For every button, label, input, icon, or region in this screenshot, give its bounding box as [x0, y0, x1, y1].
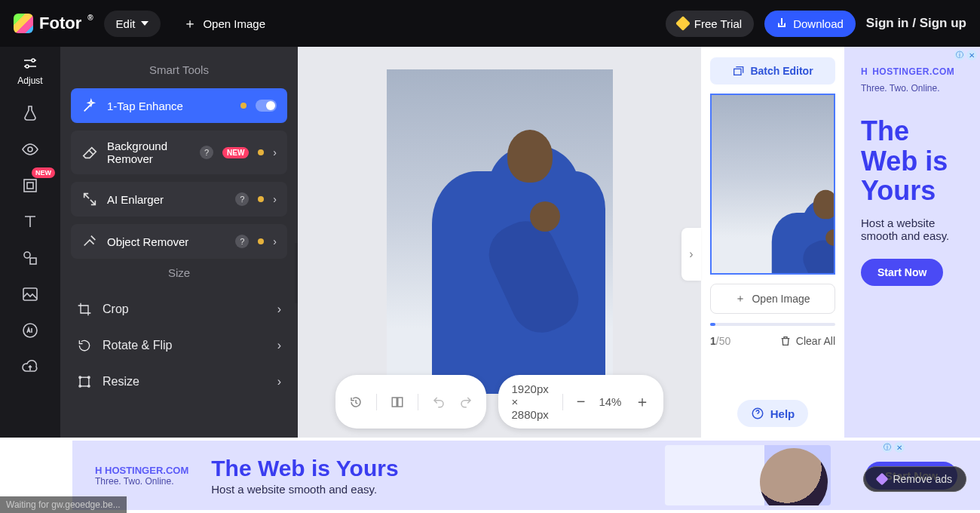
ad-close-icon[interactable]: ✕	[966, 50, 977, 60]
rail-text[interactable]	[7, 213, 54, 231]
resize-icon	[77, 374, 92, 389]
sign-in-link[interactable]: Sign in / Sign up	[866, 16, 966, 31]
ad-headline: The Web is Yours	[861, 116, 963, 206]
frame-icon	[21, 177, 39, 195]
rail-adjust[interactable]: Adjust	[7, 54, 54, 86]
history-icon[interactable]	[349, 395, 363, 409]
thumb-counter-row: 1/50 Clear All	[710, 335, 835, 347]
flask-icon	[21, 104, 39, 122]
clear-all-button[interactable]: Clear All	[779, 335, 835, 347]
svg-rect-4	[27, 183, 33, 189]
download-icon	[776, 18, 787, 29]
rail-image[interactable]	[7, 285, 54, 303]
free-trial-button[interactable]: Free Trial	[666, 11, 754, 37]
chevron-right-icon: ›	[277, 375, 281, 389]
help-label: Help	[770, 407, 795, 420]
help-icon[interactable]: ?	[235, 192, 249, 206]
undo-icon[interactable]	[432, 395, 446, 409]
rail-effects[interactable]	[7, 140, 54, 158]
tool-bg-remover[interactable]: Background Remover ? NEW ›	[71, 131, 287, 174]
new-badge: NEW	[32, 167, 55, 178]
zoom-in-button[interactable]: ＋	[635, 392, 650, 412]
thumbnail-scrollbar[interactable]	[710, 323, 835, 326]
svg-point-0	[32, 59, 35, 62]
tool-1tap-enhance[interactable]: 1-Tap Enhance	[71, 88, 287, 123]
tool-label: AI Enlarger	[107, 193, 226, 206]
svg-rect-6	[30, 258, 36, 264]
svg-rect-15	[397, 398, 402, 407]
rail-ai[interactable]	[7, 321, 54, 339]
rotate-icon	[77, 338, 92, 353]
redo-icon[interactable]	[459, 395, 473, 409]
zoom-value: 14%	[599, 395, 621, 408]
ad-cta-button[interactable]: Start Now	[861, 259, 943, 286]
size-label: Rotate & Flip	[103, 339, 172, 352]
ad-brand[interactable]: H HOSTINGER.COM	[861, 66, 963, 77]
count-current: 1	[710, 335, 716, 347]
text-icon	[21, 213, 39, 231]
batch-label: Batch Editor	[750, 65, 813, 77]
batch-editor-button[interactable]: Batch Editor	[710, 57, 835, 84]
help-icon[interactable]: ?	[235, 235, 249, 248]
app-logo[interactable]: Fotor®	[14, 14, 93, 33]
tool-ai-enlarger[interactable]: AI Enlarger ? ›	[71, 182, 287, 217]
right-panel: Batch Editor ＋ Open Image 1/50 Clear All…	[701, 47, 844, 438]
size-label: Resize	[103, 375, 139, 389]
canvas-area: › 1920px × 2880px − 14% ＋	[298, 47, 701, 438]
eraser-icon	[81, 144, 98, 161]
svg-point-8	[23, 324, 37, 337]
size-resize[interactable]: Resize ›	[71, 364, 287, 400]
smart-tools-heading: Smart Tools	[71, 63, 287, 76]
ad-tagline: Three. Two. Online.	[861, 83, 963, 94]
open-image-button[interactable]: ＋ Open Image	[171, 11, 277, 37]
zoom-out-button[interactable]: −	[577, 393, 586, 410]
image-thumbnail[interactable]	[710, 94, 835, 275]
size-rotate[interactable]: Rotate & Flip ›	[71, 327, 287, 364]
remove-ads-label: Remove ads	[893, 473, 952, 485]
ad-sub: Host a website smooth and easy.	[211, 483, 398, 496]
ad-sidebar: ⓘ ✕ H HOSTINGER.COM Three. Two. Online. …	[844, 47, 980, 438]
size-crop[interactable]: Crop ›	[71, 291, 287, 327]
download-label: Download	[793, 17, 844, 30]
expand-right-panel-button[interactable]: ›	[681, 228, 701, 281]
cloud-upload-icon	[21, 358, 39, 376]
trademark: ®	[87, 14, 93, 22]
sliders-icon	[21, 54, 39, 72]
rail-beauty[interactable]	[7, 104, 54, 122]
rail-elements[interactable]	[7, 249, 54, 267]
tool-object-remover[interactable]: Object Remover ? ›	[71, 224, 287, 259]
help-circle-icon	[751, 407, 764, 420]
rail-cloud[interactable]	[7, 358, 54, 376]
rail-frames[interactable]: NEW	[7, 177, 54, 195]
premium-dot-icon	[258, 238, 264, 244]
svg-point-5	[24, 252, 30, 258]
enhance-toggle[interactable]	[256, 100, 277, 112]
crop-icon	[77, 302, 92, 317]
zoom-pill: 1920px × 2880px − 14% ＋	[498, 375, 664, 429]
open-image-secondary[interactable]: ＋ Open Image	[710, 284, 835, 314]
edit-menu-button[interactable]: Edit	[104, 11, 161, 37]
ad-controls: ⓘ ✕	[954, 50, 977, 60]
ad-info-icon[interactable]: ⓘ	[954, 50, 965, 60]
chevron-right-icon: ›	[277, 339, 281, 352]
ad-info-icon[interactable]: ⓘ	[882, 442, 893, 453]
ad-brand[interactable]: H HOSTINGER.COM	[95, 465, 188, 476]
canvas-toolbar: 1920px × 2880px − 14% ＋	[335, 375, 664, 429]
count-total: 50	[719, 335, 731, 347]
canvas-image[interactable]	[387, 69, 613, 394]
compare-icon[interactable]	[390, 395, 404, 409]
ad-close-icon[interactable]: ✕	[894, 442, 905, 453]
remove-ads-button[interactable]: Remove ads	[863, 466, 966, 492]
download-button[interactable]: Download	[764, 11, 856, 37]
svg-point-1	[26, 65, 29, 68]
side-panel: Smart Tools 1-Tap Enhance Background Rem…	[60, 47, 298, 438]
image-content	[417, 130, 605, 394]
ad-brand-text: HOSTINGER.COM	[105, 465, 188, 476]
open-image-label: Open Image	[203, 17, 265, 30]
ad-controls: ⓘ ✕	[882, 442, 905, 453]
chevron-right-icon: ›	[273, 146, 277, 158]
help-button[interactable]: Help	[737, 400, 809, 427]
help-icon[interactable]: ?	[200, 146, 213, 159]
trash-icon	[779, 335, 792, 347]
ad-illustration	[665, 445, 831, 505]
